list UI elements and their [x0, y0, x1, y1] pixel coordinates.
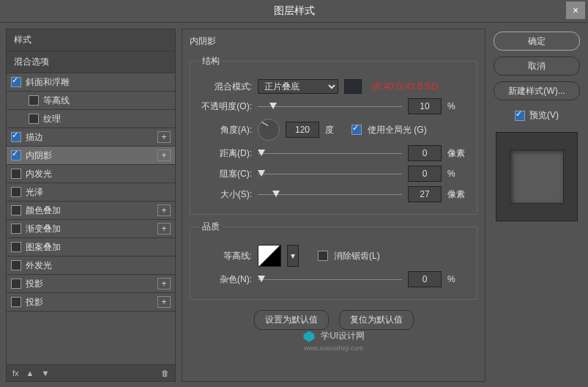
style-checkbox[interactable]: [29, 95, 39, 106]
blend-options-header[interactable]: 混合选项: [7, 51, 175, 73]
style-row-11[interactable]: 投影+: [7, 275, 175, 292]
style-row-12[interactable]: 投影+: [7, 293, 175, 311]
choke-label: 阻塞(C):: [199, 168, 252, 180]
noise-input[interactable]: [408, 271, 442, 287]
add-effect-icon[interactable]: +: [157, 131, 171, 143]
style-row-3[interactable]: 描边+: [7, 128, 175, 146]
add-effect-icon[interactable]: +: [157, 296, 171, 308]
use-global-light-checkbox[interactable]: [351, 125, 362, 135]
opacity-slider[interactable]: [258, 101, 402, 111]
quality-group: 品质 等高线: ▾ 消除锯齿(L) 杂色(N): %: [190, 221, 477, 300]
opacity-input[interactable]: [408, 98, 442, 114]
style-label: 渐变叠加: [26, 223, 61, 235]
new-style-button[interactable]: 新建样式(W)...: [494, 81, 580, 100]
opacity-unit: %: [447, 101, 468, 111]
angle-dial[interactable]: [258, 119, 280, 141]
choke-slider[interactable]: [258, 169, 402, 179]
style-row-1[interactable]: 等高线: [7, 92, 175, 109]
styles-header[interactable]: 样式: [7, 29, 175, 51]
style-checkbox[interactable]: [11, 297, 21, 307]
watermark: 学UI设计网 www.xueuisheji.com: [182, 330, 485, 352]
distance-unit: 像素: [447, 147, 468, 160]
style-label: 外发光: [26, 259, 52, 272]
style-row-6[interactable]: 光泽: [7, 183, 175, 201]
ok-button[interactable]: 确定: [494, 32, 580, 51]
opacity-label: 不透明度(O):: [199, 100, 252, 113]
style-row-0[interactable]: 斜面和浮雕: [7, 73, 175, 91]
effects-toolbar: fx ▲ ▼ 🗑: [7, 364, 175, 381]
add-effect-icon[interactable]: +: [157, 278, 171, 290]
layer-style-dialog: 图层样式 × 样式 混合选项 斜面和浮雕等高线纹理描边+内阴影+内发光光泽颜色叠…: [0, 0, 588, 387]
titlebar: 图层样式 ×: [0, 0, 588, 23]
style-row-8[interactable]: 渐变叠加+: [7, 220, 175, 237]
style-label: 描边: [26, 131, 43, 144]
style-row-7[interactable]: 颜色叠加+: [7, 202, 175, 219]
size-slider[interactable]: [258, 189, 402, 199]
style-label: 等高线: [43, 95, 70, 107]
style-label: 纹理: [43, 113, 61, 125]
style-checkbox[interactable]: [11, 224, 21, 234]
shadow-color-swatch[interactable]: [344, 79, 362, 94]
quality-legend: 品质: [199, 221, 223, 233]
style-label: 投影: [26, 278, 43, 290]
structure-legend: 结构: [199, 55, 223, 67]
style-checkbox[interactable]: [11, 187, 21, 197]
noise-label: 杂色(N):: [199, 273, 252, 286]
style-row-2[interactable]: 纹理: [7, 110, 175, 128]
angle-label: 角度(A):: [199, 124, 252, 136]
style-row-9[interactable]: 图案叠加: [7, 238, 175, 256]
style-checkbox[interactable]: [11, 169, 21, 179]
close-button[interactable]: ×: [566, 1, 585, 19]
angle-unit: 度: [325, 124, 346, 136]
style-checkbox[interactable]: [29, 114, 39, 124]
antialias-checkbox[interactable]: [318, 251, 328, 261]
arrow-up-icon[interactable]: ▲: [26, 369, 34, 377]
noise-unit: %: [447, 274, 468, 284]
panel-title: 内阴影: [190, 35, 477, 48]
add-effect-icon[interactable]: +: [157, 150, 171, 161]
cancel-button[interactable]: 取消: [494, 56, 580, 75]
distance-input[interactable]: [408, 145, 442, 161]
style-label: 图案叠加: [26, 241, 61, 254]
style-checkbox[interactable]: [11, 279, 21, 289]
arrow-down-icon[interactable]: ▼: [41, 369, 49, 377]
color-annotation: (R:40 G:43 B:51): [372, 81, 439, 92]
style-label: 斜面和浮雕: [26, 76, 70, 89]
size-unit: 像素: [447, 188, 468, 201]
reset-default-button[interactable]: 复位为默认值: [339, 310, 414, 330]
contour-label: 等高线:: [199, 250, 252, 262]
distance-label: 距离(D):: [199, 147, 252, 160]
contour-picker[interactable]: [258, 245, 281, 267]
trash-icon[interactable]: 🗑: [161, 369, 169, 377]
add-effect-icon[interactable]: +: [157, 204, 171, 216]
blend-mode-select[interactable]: 正片叠底: [258, 79, 338, 94]
watermark-icon: [302, 330, 316, 343]
style-checkbox[interactable]: [11, 205, 21, 215]
size-input[interactable]: [408, 186, 442, 202]
add-effect-icon[interactable]: +: [157, 223, 171, 235]
style-label: 内发光: [26, 168, 52, 180]
use-global-light-label: 使用全局光 (G): [368, 124, 427, 136]
style-row-5[interactable]: 内发光: [7, 165, 175, 183]
noise-slider[interactable]: [258, 274, 402, 284]
choke-input[interactable]: [408, 166, 442, 182]
contour-dropdown[interactable]: ▾: [287, 245, 299, 267]
preview-swatch: [510, 150, 564, 204]
style-checkbox[interactable]: [11, 150, 21, 161]
preview-checkbox[interactable]: [515, 111, 525, 121]
make-default-button[interactable]: 设置为默认值: [254, 310, 329, 330]
blend-mode-label: 混合模式:: [199, 81, 252, 93]
style-checkbox[interactable]: [11, 260, 21, 270]
distance-slider[interactable]: [258, 148, 402, 158]
style-row-10[interactable]: 外发光: [7, 257, 175, 274]
fx-icon[interactable]: fx: [12, 369, 19, 377]
angle-input[interactable]: [286, 122, 319, 138]
style-checkbox[interactable]: [11, 77, 21, 87]
style-label: 投影: [26, 296, 43, 309]
style-checkbox[interactable]: [11, 242, 21, 252]
style-checkbox[interactable]: [11, 132, 21, 142]
antialias-label: 消除锯齿(L): [334, 250, 380, 262]
dialog-title: 图层样式: [274, 4, 315, 18]
preview-label: 预览(V): [529, 109, 559, 122]
style-row-4[interactable]: 内阴影+: [7, 147, 175, 164]
